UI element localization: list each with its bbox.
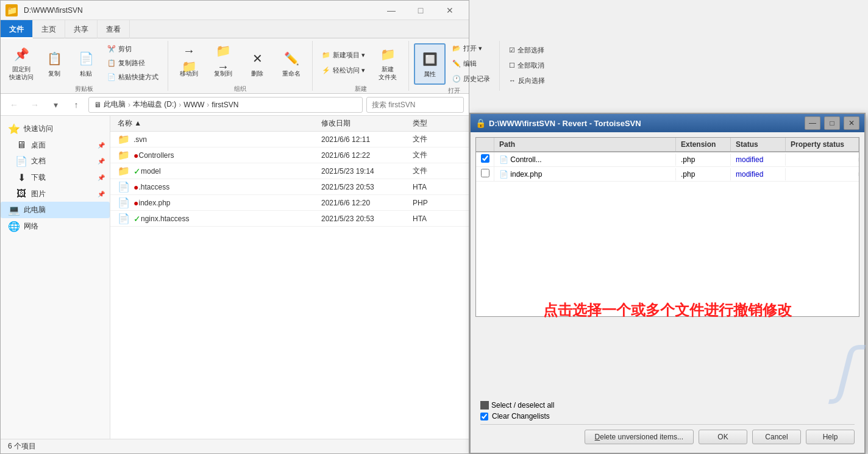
row1-checkbox[interactable] [481,169,489,177]
file-row-nginx[interactable]: 📄 ✓ nginx.htaccess 2021/5/23 20:53 HTA [110,211,469,227]
file-name-htaccess: .htaccess [138,183,321,191]
file-row-indexphp[interactable]: 📄 ● index.php 2021/6/6 12:20 PHP [110,195,469,211]
easy-access-icon: ⚡ [322,66,330,74]
address-path[interactable]: 🖥 此电脑 › 本地磁盘 (D:) › WWW › firstSVN [88,97,363,113]
file-name-controllers: Controllers [138,151,321,160]
row1-status-cell: modified [731,168,786,180]
back-button[interactable]: ← [5,96,23,113]
file-name-model: model [141,167,321,176]
invert-icon: ↔ [509,77,516,84]
recent-locations-button[interactable]: ▾ [47,96,64,113]
new-item-button[interactable]: 📁 新建项目 ▾ [318,49,369,62]
cancel-button[interactable]: Cancel [752,430,801,444]
col-header-status[interactable]: Status [731,138,786,151]
move-icon: →📁 [179,49,199,68]
col-header-path[interactable]: Path [494,138,676,151]
sidebar-item-this-pc[interactable]: 💻 此电脑 [1,202,110,218]
file-row-svn[interactable]: 📁 .svn 2021/6/6 12:11 文件 [110,132,469,147]
sidebar-item-pictures[interactable]: 🖼 图片 📌 [1,186,110,202]
move-to-button[interactable]: →📁 移动到 [173,42,205,83]
help-label: Help [823,433,838,441]
sidebar-item-desktop[interactable]: 🖥 桌面 📌 [1,137,110,153]
row0-checkbox[interactable] [481,154,489,163]
easy-access-button[interactable]: ⚡ 轻松访问 ▾ [318,64,369,77]
invert-selection-button[interactable]: ↔ 反向选择 [505,74,549,87]
file-row-controllers[interactable]: 📁 ● Controllers 2021/6/6 12:22 文件 [110,147,469,163]
cut-button[interactable]: ✂️ 剪切 [103,43,163,55]
row1-check-cell [476,167,494,181]
clear-changelists-checkbox[interactable] [480,413,488,420]
properties-button[interactable]: 🔲 属性 [414,43,446,85]
delete-icon: ✕ [247,49,267,68]
up-button[interactable]: ↑ [68,96,85,113]
help-button[interactable]: Help [806,430,855,444]
explorer-minimize-button[interactable]: — [377,1,405,20]
explorer-maximize-button[interactable]: □ [407,1,435,20]
search-input[interactable] [366,97,464,113]
sidebar-label-desktop: 桌面 [31,140,46,151]
row1-ext: .php [681,170,695,179]
cancel-label: Cancel [765,433,788,441]
svn-maximize-button[interactable]: □ [824,116,840,130]
sidebar-item-quick-access[interactable]: ⭐ 快速访问 [1,121,110,137]
select-items: ☑ 全部选择 ☐ 全部取消 ↔ 反向选择 [505,42,549,88]
explorer-close-button[interactable]: ✕ [436,1,464,20]
history-icon: 🕐 [452,75,461,83]
select-all-button[interactable]: ☑ 全部选择 [505,44,549,57]
select-deselect-checkbox[interactable] [480,401,489,410]
new-folder-icon: 📁 [378,44,397,64]
rename-button[interactable]: ✏️ 重命名 [276,42,307,83]
paste-button[interactable]: 📄 粘贴 [71,42,101,83]
col-header-date[interactable]: 修改日期 [321,118,413,129]
cut-copy-group: ✂️ 剪切 📋 复制路径 📄 粘贴快捷方式 [103,43,163,83]
tab-view[interactable]: 查看 [98,20,130,38]
forward-button[interactable]: → [26,96,43,113]
new-items: 📁 新建项目 ▾ ⚡ 轻松访问 ▾ 📁 新建文件夹 [318,42,404,83]
delete-button[interactable]: ✕ 删除 [241,42,273,83]
svn-close-button[interactable]: ✕ [844,116,859,130]
delete-unversioned-button[interactable]: Delete unversioned items... [585,430,694,444]
open-dropdown-button[interactable]: 📂 打开 ▾ [448,42,494,55]
svn-minimize-button[interactable]: — [805,116,820,130]
paste-shortcut-button[interactable]: 📄 粘贴快捷方式 [103,71,163,83]
new-folder-button[interactable]: 📁 新建文件夹 [372,42,404,83]
svn-ok-icon-model: ✓ [133,166,141,176]
tab-share[interactable]: 共享 [65,20,98,38]
col-header-name[interactable]: 名称 ▲ [118,118,321,129]
copy-to-button[interactable]: 📁→ 复制到 [207,42,239,83]
deselect-all-button[interactable]: ☐ 全部取消 [505,59,549,72]
svn-modified-icon-htaccess: ● [133,182,138,192]
col-header-prop-status[interactable]: Property status [786,138,859,151]
edit-button[interactable]: ✏️ 编辑 [448,57,494,70]
ok-button[interactable]: OK [699,430,747,444]
tab-file[interactable]: 文件 [1,20,33,38]
svn-modified-icon-indexphp: ● [133,198,138,208]
sidebar-item-documents[interactable]: 📄 文档 📌 [1,153,110,169]
ribbon: 文件 主页 共享 查看 📌 固定到快速访问 📋 复制 [1,20,469,94]
copy-path-button[interactable]: 📋 复制路径 [103,57,163,69]
sidebar-label-this-pc: 此电脑 [24,205,46,215]
file-row-htaccess[interactable]: 📄 ● .htaccess 2021/5/23 20:53 HTA [110,179,469,195]
ribbon-group-new: 📁 新建项目 ▾ ⚡ 轻松访问 ▾ 📁 新建文件夹 新建 [313,41,409,91]
ribbon-group-open: 🔲 属性 📂 打开 ▾ ✏️ 编辑 🕐 [409,41,500,91]
col-header-type[interactable]: 类型 [413,118,461,129]
ribbon-group-select: ☑ 全部选择 ☐ 全部取消 ↔ 反向选择 [500,41,554,91]
file-icon-indexphp: 📄 [118,197,130,208]
tab-home[interactable]: 主页 [33,20,65,38]
copy-button[interactable]: 📋 复制 [40,42,69,83]
row0-path: Controll... [510,155,541,164]
row1-path: index.php [510,170,542,179]
documents-icon: 📄 [15,155,27,167]
col-header-extension[interactable]: Extension [676,138,731,151]
sidebar-item-network[interactable]: 🌐 网络 [1,218,110,235]
history-button[interactable]: 🕐 历史记录 [448,73,494,85]
folder-icon-controllers: 📁 [118,149,130,161]
pictures-icon: 🖼 [15,188,27,199]
open-small-buttons: 📂 打开 ▾ ✏️ 编辑 🕐 历史记录 [448,42,494,85]
pin-quick-access-button[interactable]: 📌 固定到快速访问 [5,42,37,83]
row0-ext: .php [681,155,695,164]
sidebar-item-downloads[interactable]: ⬇ 下载 📌 [1,169,110,186]
file-type-model: 文件 [413,166,461,176]
properties-icon: 🔲 [420,49,439,69]
file-row-model[interactable]: 📁 ✓ model 2021/5/23 19:14 文件 [110,163,469,179]
